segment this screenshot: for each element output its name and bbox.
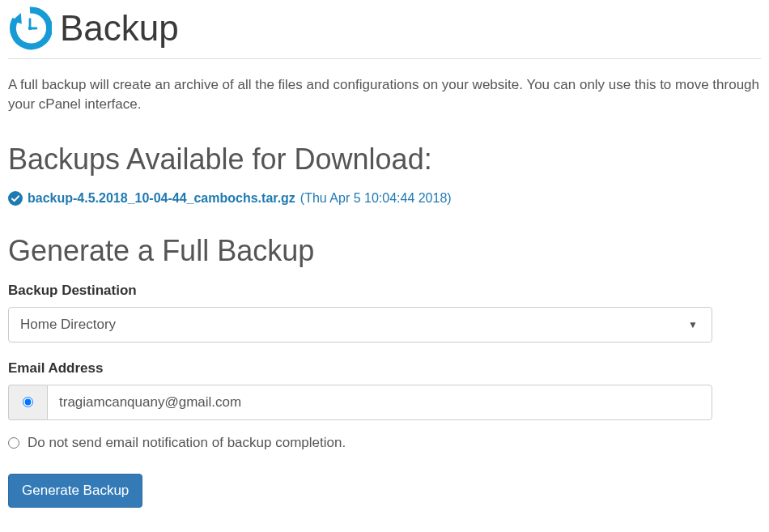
email-radio-addon[interactable]	[8, 385, 47, 420]
page-title: Backup	[60, 8, 179, 49]
destination-select[interactable]: Home Directory	[8, 307, 712, 343]
check-circle-icon	[8, 191, 23, 206]
backup-clock-icon	[8, 6, 52, 50]
destination-label: Backup Destination	[8, 283, 761, 299]
page-header: Backup	[8, 0, 761, 59]
svg-point-4	[8, 191, 23, 206]
send-email-radio[interactable]	[23, 397, 33, 407]
email-field[interactable]	[47, 385, 712, 420]
skip-email-label: Do not send email notification of backup…	[28, 435, 346, 451]
skip-email-radio[interactable]	[8, 437, 19, 449]
backup-file-row: backup-4.5.2018_10-04-44_cambochs.tar.gz…	[8, 191, 761, 206]
backup-download-link[interactable]: backup-4.5.2018_10-04-44_cambochs.tar.gz	[28, 191, 295, 206]
generate-backup-heading: Generate a Full Backup	[8, 234, 761, 268]
backup-date: (Thu Apr 5 10:04:44 2018)	[300, 191, 452, 206]
backups-available-heading: Backups Available for Download:	[8, 143, 761, 177]
email-label: Email Address	[8, 360, 761, 377]
generate-backup-button[interactable]: Generate Backup	[8, 474, 142, 508]
page-description: A full backup will create an archive of …	[8, 75, 761, 114]
